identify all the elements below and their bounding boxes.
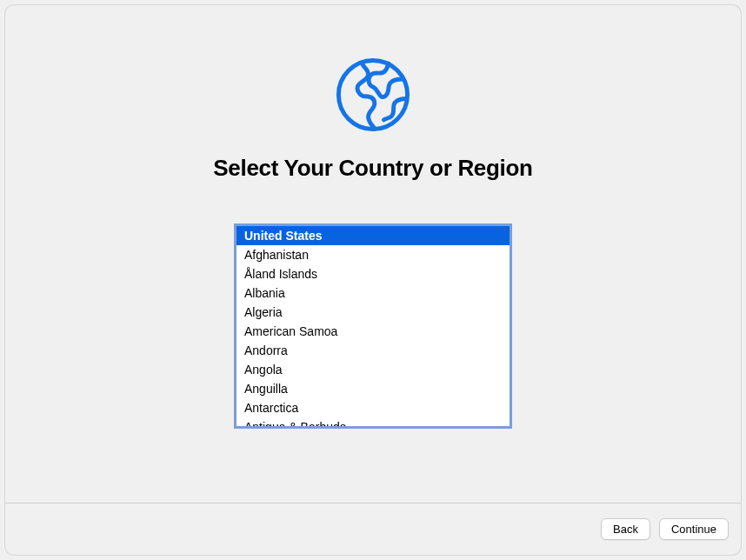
country-item[interactable]: Åland Islands bbox=[236, 264, 510, 283]
country-item[interactable]: Algeria bbox=[236, 303, 510, 322]
country-item[interactable]: United States bbox=[236, 226, 510, 245]
country-item[interactable]: Afghanistan bbox=[236, 245, 510, 264]
footer-bar: Back Continue bbox=[5, 503, 741, 555]
country-item[interactable]: Anguilla bbox=[236, 379, 510, 398]
page-title: Select Your Country or Region bbox=[213, 155, 532, 182]
content-area: Select Your Country or Region United Sta… bbox=[5, 5, 741, 503]
country-item[interactable]: Antarctica bbox=[236, 398, 510, 417]
country-item[interactable]: Albania bbox=[236, 283, 510, 303]
country-item[interactable]: Antigua & Barbuda bbox=[236, 417, 510, 429]
country-item[interactable]: Andorra bbox=[236, 341, 510, 360]
svg-point-0 bbox=[338, 60, 407, 129]
back-button[interactable]: Back bbox=[601, 518, 650, 540]
globe-icon bbox=[334, 56, 412, 134]
setup-window: Select Your Country or Region United Sta… bbox=[5, 5, 741, 555]
country-list[interactable]: United StatesAfghanistanÅland IslandsAlb… bbox=[234, 223, 512, 429]
country-item[interactable]: Angola bbox=[236, 360, 510, 379]
country-item[interactable]: American Samoa bbox=[236, 322, 510, 341]
continue-button[interactable]: Continue bbox=[659, 518, 729, 540]
